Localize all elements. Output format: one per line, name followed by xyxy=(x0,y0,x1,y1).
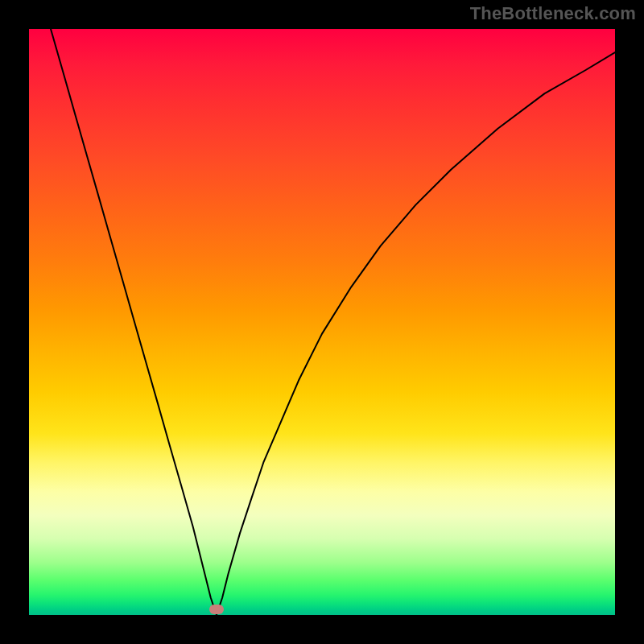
plot-area xyxy=(29,29,615,615)
optimal-point-marker xyxy=(209,605,224,614)
chart-container: TheBottleneck.com xyxy=(0,0,644,644)
gradient-background xyxy=(29,29,615,615)
attribution-label: TheBottleneck.com xyxy=(470,3,636,24)
